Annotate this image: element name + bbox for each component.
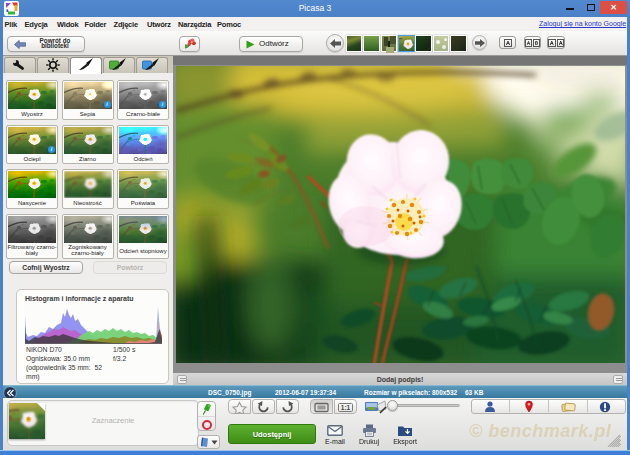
svg-text:1:1: 1:1 bbox=[341, 404, 351, 411]
